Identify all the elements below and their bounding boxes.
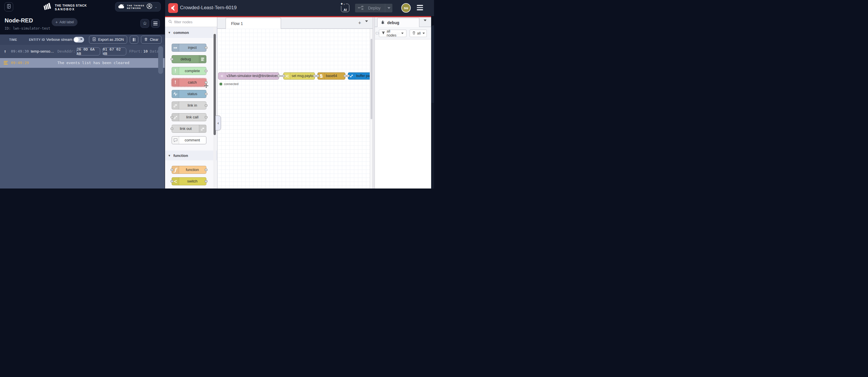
palette-node-inject[interactable]: inject: [172, 44, 206, 52]
debug-filter-button[interactable]: all nodes: [379, 30, 406, 37]
palette-node-link-out[interactable]: link out: [172, 125, 206, 133]
input-port[interactable]: [170, 116, 174, 118]
application-id: ID: lwn-simulator-test: [5, 26, 50, 30]
palette-node-debug[interactable]: debug: [172, 55, 206, 63]
comment-bubble-icon: [172, 137, 179, 144]
flow-list-caret[interactable]: [365, 22, 368, 27]
node-palette: ▼ common inject debug ! complete !: [165, 17, 217, 188]
debug-clear-button[interactable]: all: [410, 30, 427, 37]
event-row-cleared[interactable]: 09:49:29 The events list has been cleare…: [0, 58, 165, 68]
deploy-options-caret[interactable]: [385, 4, 392, 12]
palette-search[interactable]: [165, 17, 217, 27]
pause-stream-button[interactable]: [130, 36, 138, 44]
output-port[interactable]: [313, 75, 316, 77]
network-name: THE THINGS NETWORK: [127, 4, 144, 9]
cloud-icon: [118, 4, 125, 10]
mqtt-broadcast-icon: [218, 73, 225, 79]
output-port[interactable]: [205, 47, 208, 49]
output-port[interactable]: [205, 70, 208, 72]
pause-icon: [133, 38, 134, 41]
sidebar-splitter[interactable]: [373, 17, 375, 188]
fport-value: 10: [143, 45, 148, 58]
canvas-vertical-scrollbar[interactable]: [370, 29, 373, 188]
debug-messages-area: [375, 39, 431, 188]
ttn-title-bar: Node-RED + Add label ID: lwn-simulator-t…: [0, 14, 165, 34]
user-avatar[interactable]: su: [401, 3, 411, 12]
input-port[interactable]: [347, 75, 350, 77]
bookmark-star-button[interactable]: ☆: [141, 19, 149, 28]
toggle-knob: [74, 37, 79, 42]
input-port[interactable]: [316, 75, 319, 77]
palette-node-comment[interactable]: comment: [172, 136, 206, 144]
column-header-time: TIME: [9, 38, 17, 41]
funnel-icon: [381, 31, 385, 35]
status-pulse-icon: [172, 90, 179, 98]
palette-node-function[interactable]: ƒ function: [172, 166, 206, 174]
flow-node-base64[interactable]: b 64 base64: [317, 72, 345, 80]
devaddr-value-pill[interactable]: 26 0D 6A AB: [76, 48, 100, 55]
flow-project-title: Crowded-Least-Tern-6019: [180, 5, 237, 11]
output-port[interactable]: [205, 93, 208, 95]
palette-node-catch[interactable]: ! catch: [172, 79, 206, 86]
clear-events-button[interactable]: Clear: [141, 36, 162, 44]
sidebar-toggle-button[interactable]: [4, 2, 13, 11]
sidebar-tab-debug[interactable]: debug: [377, 18, 420, 27]
verbose-stream-toggle[interactable]: ✕: [73, 37, 84, 42]
palette-node-switch[interactable]: switch: [172, 177, 206, 185]
status-dot-connected: [220, 83, 222, 85]
output-port[interactable]: [344, 75, 346, 77]
network-switcher-button[interactable]: THE THINGS NETWORK ⌄: [115, 2, 161, 11]
svg-text:64: 64: [321, 75, 322, 77]
flow-canvas[interactable]: v3/lwn-simulator-test@ttn/devices/+/up c…: [217, 29, 373, 188]
deploy-button[interactable]: Deploy: [355, 4, 392, 12]
export-file-icon: [92, 37, 96, 42]
debug-icon: [199, 55, 206, 63]
input-port[interactable]: [170, 180, 174, 182]
tab-flow-1[interactable]: Flow 1: [226, 18, 281, 29]
input-port[interactable]: [170, 127, 174, 130]
exclamation-icon: !: [172, 67, 179, 75]
chevron-down-icon: ▼: [168, 154, 171, 157]
flow-node-mqtt-in[interactable]: v3/lwn-simulator-test@ttn/devices/+/up: [218, 72, 279, 80]
event-time: 09:49:29: [11, 58, 29, 68]
flow-node-buffer-parser[interactable]: buffer parser: [348, 72, 373, 80]
output-port[interactable]: [205, 104, 208, 107]
palette-node-link-in[interactable]: link in: [172, 102, 206, 110]
title-menu-button[interactable]: [151, 19, 160, 28]
events-toolbar: TIME ENTITY ID Verbose stream ✕ Export a…: [0, 34, 165, 45]
flow-node-change[interactable]: set msg.payload: [283, 72, 315, 80]
trash-icon: [144, 37, 148, 42]
add-label-button[interactable]: + Add label: [52, 18, 78, 26]
debug-sidebar: debug Clear messages all nodes all: [375, 17, 431, 188]
input-port[interactable]: [170, 169, 174, 171]
ai-assistant-button[interactable]: ✦✧ AI: [341, 4, 349, 12]
event-row-uplink[interactable]: ↑ 09:49:30 temp-senso… DevAddr: 26 0D 6A…: [0, 45, 165, 58]
ttn-brand-text: THE THINGS STACK SANDBOX: [55, 4, 87, 11]
canvas-scrollbar-thumb[interactable]: [371, 39, 372, 119]
verbose-stream-label: Verbose stream: [46, 37, 72, 42]
palette-section-common[interactable]: ▼ common: [165, 27, 217, 38]
output-port[interactable]: [205, 180, 208, 182]
payload-value-pill[interactable]: 01 67 02 4B: [102, 48, 126, 55]
input-port[interactable]: [282, 75, 285, 77]
main-menu-button[interactable]: [417, 5, 423, 11]
deploy-nodes-icon: [355, 6, 364, 11]
add-flow-button[interactable]: +: [356, 19, 363, 27]
output-port[interactable]: [277, 75, 280, 77]
palette-node-complete[interactable]: ! complete: [172, 67, 206, 75]
palette-node-link-call[interactable]: link call: [172, 113, 206, 121]
output-port[interactable]: [205, 169, 208, 171]
export-json-button[interactable]: Export as JSON: [89, 36, 127, 44]
event-message: The events list has been cleared: [57, 58, 129, 68]
palette-scrollbar[interactable]: [213, 27, 216, 188]
palette-filter-input[interactable]: [174, 20, 209, 24]
palette-section-function[interactable]: ▼ function: [165, 151, 217, 160]
events-scrollbar[interactable]: [158, 46, 163, 74]
input-port[interactable]: [170, 58, 174, 60]
chevron-down-icon: ⌄: [154, 5, 157, 9]
palette-collapse-button[interactable]: ‹: [216, 116, 221, 130]
sidebar-tabs-caret[interactable]: [424, 21, 427, 26]
output-port[interactable]: [205, 116, 208, 118]
palette-node-status[interactable]: status: [172, 90, 206, 98]
trash-icon: [412, 31, 415, 36]
